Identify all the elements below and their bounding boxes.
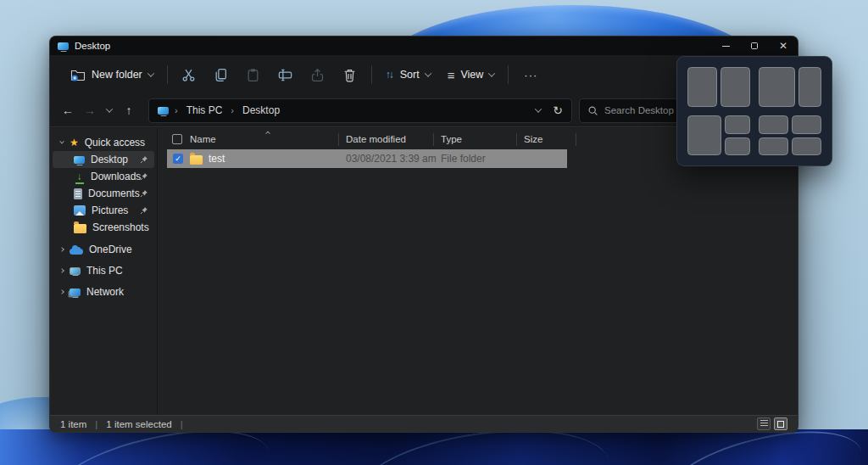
selection-count: 1 item selected: [106, 419, 171, 429]
sidebar-item-label: Quick access: [85, 137, 145, 148]
recent-locations-button[interactable]: [101, 108, 118, 113]
cut-icon: [181, 68, 196, 82]
column-divider[interactable]: [338, 133, 339, 146]
snap-tile[interactable]: [725, 137, 750, 156]
sidebar-item-label: Downloads: [91, 171, 141, 182]
snap-zone-two-columns[interactable]: [687, 67, 750, 107]
sidebar-item-label: Desktop: [91, 154, 128, 165]
sidebar-item-label: OneDrive: [89, 244, 132, 255]
row-checkbox[interactable]: ✓: [173, 154, 183, 164]
sidebar-item-label: Pictures: [92, 204, 128, 216]
column-divider[interactable]: [516, 133, 517, 146]
column-divider[interactable]: [433, 133, 434, 146]
pin-icon: [140, 206, 148, 215]
back-button[interactable]: ←: [57, 99, 79, 121]
pin-icon: [140, 189, 148, 198]
chevron-down-icon: [488, 70, 495, 76]
close-button[interactable]: ✕: [769, 36, 798, 55]
search-box[interactable]: [579, 98, 693, 123]
snap-tile[interactable]: [759, 115, 788, 134]
sidebar-item-pictures[interactable]: Pictures: [53, 202, 154, 219]
sidebar-item-quick-access[interactable]: ★ Quick access: [53, 134, 154, 151]
file-row-test[interactable]: ✓ test 03/08/2021 3:39 am File folder: [167, 149, 567, 168]
snap-tile[interactable]: [792, 137, 821, 156]
file-date-modified: 03/08/2021 3:39 am: [346, 153, 437, 165]
status-divider: |: [181, 419, 183, 429]
onedrive-cloud-icon: [70, 249, 83, 255]
sidebar-item-documents[interactable]: Documents: [53, 185, 154, 202]
navigation-pane: ★ Quick access Desktop ↓ Downloads: [50, 128, 158, 417]
column-header-size[interactable]: Size: [524, 134, 542, 144]
snap-tile[interactable]: [687, 67, 717, 107]
minimize-icon: [722, 46, 730, 47]
maximize-button[interactable]: [740, 36, 769, 55]
location-desktop-icon: [158, 107, 169, 115]
column-header-type[interactable]: Type: [441, 134, 462, 144]
details-view-button[interactable]: [757, 417, 771, 430]
toolbar-separator: [167, 65, 168, 84]
new-folder-label: New folder: [92, 69, 142, 81]
new-folder-button[interactable]: New folder: [62, 61, 162, 88]
copy-button[interactable]: [209, 61, 234, 88]
close-icon: ✕: [779, 40, 787, 52]
bloom-streak: [351, 429, 615, 465]
snap-tile[interactable]: [725, 115, 750, 134]
status-bar: 1 item | 1 item selected |: [50, 415, 798, 432]
snap-zone-quad-grid[interactable]: [759, 115, 821, 155]
column-header-date-modified[interactable]: Date modified: [346, 134, 406, 144]
delete-button[interactable]: [337, 61, 363, 88]
see-more-button[interactable]: ···: [514, 69, 548, 81]
snap-tile[interactable]: [721, 67, 750, 107]
sort-button[interactable]: ↑↓ Sort: [377, 61, 439, 88]
downloads-icon: ↓: [74, 171, 85, 182]
view-label: View: [460, 69, 483, 81]
search-input[interactable]: [604, 105, 684, 115]
view-button[interactable]: ≡ View: [439, 61, 504, 88]
refresh-button[interactable]: ↻: [553, 104, 563, 117]
sidebar-item-onedrive[interactable]: OneDrive: [53, 241, 154, 258]
select-all-checkbox[interactable]: [172, 134, 182, 144]
desktop-icon: [74, 156, 85, 164]
address-dropdown-button[interactable]: [535, 105, 542, 112]
breadcrumb-desktop[interactable]: Desktop: [240, 104, 282, 117]
explorer-body: ★ Quick access Desktop ↓ Downloads: [50, 128, 798, 417]
minimize-button[interactable]: [711, 36, 740, 55]
cut-button[interactable]: [176, 61, 202, 88]
chevron-right-icon: [59, 247, 64, 252]
sidebar-item-downloads[interactable]: ↓ Downloads: [53, 168, 154, 185]
snap-zone-wide-left[interactable]: [759, 67, 821, 107]
share-button[interactable]: [305, 61, 331, 88]
view-icon: ≡: [448, 69, 455, 81]
snap-tile[interactable]: [759, 137, 788, 156]
column-header-name[interactable]: Name: [190, 134, 216, 144]
breadcrumb-this-pc[interactable]: This PC: [184, 104, 225, 117]
delete-icon: [342, 68, 357, 82]
file-name: test: [209, 153, 225, 165]
breadcrumb-separator: ›: [231, 105, 234, 115]
snap-tile[interactable]: [759, 67, 795, 107]
sidebar-item-this-pc[interactable]: This PC: [53, 262, 154, 279]
sidebar-item-network[interactable]: Network: [53, 283, 154, 300]
snap-tile[interactable]: [792, 115, 821, 134]
sidebar-item-screenshots[interactable]: Screenshots: [53, 219, 154, 236]
large-icons-view-button[interactable]: [774, 417, 787, 430]
rename-button[interactable]: [273, 61, 298, 88]
title-bar[interactable]: Desktop ✕: [50, 36, 798, 55]
network-icon: [70, 289, 81, 296]
sort-icon: ↑↓: [386, 69, 392, 81]
column-divider[interactable]: [576, 133, 576, 146]
pictures-icon: [74, 205, 86, 216]
sidebar-item-desktop[interactable]: Desktop: [53, 151, 154, 168]
explorer-app-icon: [58, 42, 69, 50]
snap-tile[interactable]: [798, 67, 821, 107]
up-button[interactable]: ↑: [118, 99, 140, 121]
chevron-down-icon: [59, 139, 64, 144]
search-icon: [587, 105, 598, 116]
address-bar[interactable]: › This PC › Desktop ↻: [148, 98, 572, 123]
share-icon: [310, 68, 325, 82]
snap-zone-left-main-right-stack[interactable]: [687, 115, 750, 155]
paste-button[interactable]: [241, 61, 266, 88]
sort-label: Sort: [400, 69, 420, 81]
forward-button[interactable]: →: [79, 99, 101, 121]
snap-tile[interactable]: [687, 115, 721, 155]
